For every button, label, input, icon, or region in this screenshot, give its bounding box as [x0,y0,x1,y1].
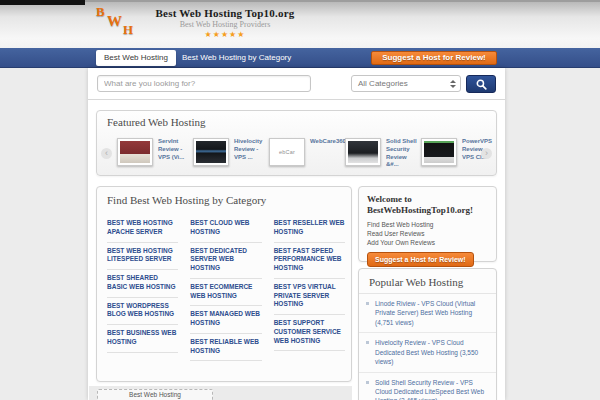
suggest-host-button[interactable]: Suggest a Host for Review! [371,51,497,65]
search-input[interactable] [97,75,311,92]
featured-item-title[interactable]: Hivelocity Review - VPS ... [234,138,265,161]
category-link[interactable]: BEST RELIABLE WEB HOSTING [190,334,261,362]
featured-thumbnail: ebCar [269,138,305,166]
categories-column: BEST WEB HOSTING APACHE SERVER BEST WEB … [107,215,178,361]
category-link[interactable]: BEST SHEARED BASIC WEB HOSTING [107,270,178,298]
popular-item-text: Hivelocity Review - VPS Cloud Dedicated … [375,339,478,365]
main-nav: Best Web Hosting Best Web Hosting by Cat… [0,48,600,68]
search-icon [476,79,487,90]
popular-item-link[interactable]: Hivelocity Review - VPS Cloud Dedicated … [359,333,496,372]
featured-thumbnail [117,138,153,166]
nav-tab-by-category[interactable]: Best Web Hosting by Category [176,50,297,66]
search-separator [88,99,505,100]
nav-tab-best-web-hosting[interactable]: Best Web Hosting [96,50,176,66]
top-left-dark-strip [0,0,85,5]
popular-hosting-panel: Popular Web Hosting Linode Riview - VPS … [358,268,497,400]
logo-letter: H [123,22,133,38]
popular-item-text: Linode Riview - VPS Cloud (Virtual Priva… [375,300,475,326]
categories-panel: Find Best Web Hosting by Category BEST W… [96,186,352,382]
featured-item-title[interactable]: ServInt Review - VPS (Vi... [158,138,189,161]
popular-item-link[interactable]: Linode Riview - VPS Cloud (Virtual Priva… [359,294,496,333]
site-header: B W H Best Web Hosting Top10.org Best We… [0,0,600,48]
logo-letter: W [107,13,122,30]
category-link[interactable]: BEST WORDPRESS BLOG WEB HOSTING [107,298,178,326]
featured-thumbnail [193,138,229,166]
welcome-link-find[interactable]: Find Best Web Hosting [359,220,496,229]
logo-letter: B [96,4,105,20]
featured-thumbnail [345,138,381,166]
popular-heading: Popular Web Hosting [359,269,496,294]
category-select[interactable]: All Categories [351,75,461,92]
bottom-tab-best-web-hosting[interactable]: Best Web Hosting [97,389,213,400]
select-arrows-icon [450,80,456,88]
category-link[interactable]: BEST MANAGED WEB HOSTING [190,306,261,334]
carousel-prev-button[interactable]: ‹ [101,148,112,159]
categories-grid: BEST WEB HOSTING APACHE SERVER BEST WEB … [107,215,345,361]
thumbnail-logo-text: ebCar [279,149,295,155]
popular-item-text: Solid Shell Security Review - VPS Cloud … [375,379,484,400]
featured-hosting-panel: Featured Web Hosting ‹ ServInt Review - … [96,110,497,176]
list-bullet-icon [366,302,369,305]
categories-column: BEST CLOUD WEB HOSTING BEST DEDICATED SE… [190,215,261,361]
category-link[interactable]: BEST BUSINESS WEB HOSTING [107,325,178,353]
featured-item-title[interactable]: WebCare360 [310,138,341,146]
category-link[interactable]: BEST VPS VIRTUAL PRIVATE SERVER HOSTING [274,279,345,315]
featured-item[interactable]: ServInt Review - VPS (Vi... [115,135,189,175]
category-link[interactable]: BEST RESELLER WEB HOSTING [274,215,345,243]
category-link[interactable]: BEST ECOMMERCE WEB HOSTING [190,279,261,307]
welcome-heading: Welcome to BestWebHostingTop10.org! [359,187,496,220]
popular-item-link[interactable]: Solid Shell Security Review - VPS Cloud … [359,373,496,400]
category-link[interactable]: BEST SUPPORT CUSTOMER SERVICE WEB HOSTIN… [274,315,345,351]
featured-item[interactable]: Hivelocity Review - VPS ... [191,135,265,175]
category-select-value: All Categories [358,79,408,88]
welcome-link-add[interactable]: Add Your Own Reviews [359,238,496,247]
category-link[interactable]: BEST WEB HOSTING LITESPEED SERVER [107,243,178,271]
search-button[interactable] [466,75,496,93]
featured-item-title[interactable]: Solid Shell Security Review &#... [386,138,417,169]
list-bullet-icon [366,381,369,384]
categories-column: BEST RESELLER WEB HOSTING BEST FAST SPEE… [274,215,345,361]
categories-heading: Find Best Web Hosting by Category [107,194,266,206]
list-bullet-icon [366,341,369,344]
featured-item[interactable]: ebCar WebCare360 [267,135,341,175]
category-link[interactable]: BEST DEDICATED SERVER WEB HOSTING [190,243,261,279]
category-link[interactable]: BEST CLOUD WEB HOSTING [190,215,261,243]
rating-stars-icon: ★★★★★ [140,30,310,39]
site-title[interactable]: Best Web Hosting Top10.org [140,7,310,19]
carousel-next-button[interactable]: › [481,148,492,159]
site-logo[interactable]: B W H [94,4,140,44]
sidebar-suggest-host-button[interactable]: Suggest a Host for Review! [367,252,474,267]
site-title-block: Best Web Hosting Top10.org Best Web Host… [140,7,310,39]
category-link[interactable]: BEST FAST SPEED PERFORMANCE WEB HOSTING [274,243,345,279]
welcome-link-read[interactable]: Read User Reviews [359,229,496,238]
featured-heading: Featured Web Hosting [107,116,206,128]
top-edge-line [0,0,600,2]
featured-item[interactable]: Solid Shell Security Review &#... [343,135,417,175]
welcome-box: Welcome to BestWebHostingTop10.org! Find… [358,186,497,262]
featured-thumbnail [421,138,457,166]
site-tagline: Best Web Hosting Providers [140,20,310,29]
category-link[interactable]: BEST WEB HOSTING APACHE SERVER [107,215,178,243]
